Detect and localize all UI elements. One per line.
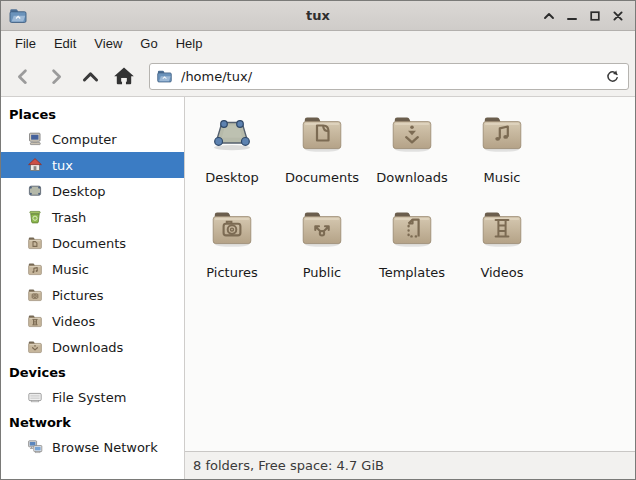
sidebar-item-music[interactable]: Music	[1, 256, 184, 282]
file-label: Pictures	[206, 265, 257, 280]
chevron-up-icon	[79, 65, 102, 88]
sidebar-header-devices: Devices	[1, 360, 184, 384]
file-item-desktop[interactable]: Desktop	[187, 101, 277, 196]
file-label: Public	[303, 265, 341, 280]
folder-downloads-big-icon	[388, 109, 436, 157]
menubar: File Edit View Go Help	[1, 31, 635, 56]
sidebar-item-label: tux	[52, 158, 73, 173]
sidebar-item-label: File System	[52, 390, 126, 405]
folder-location-icon	[156, 68, 173, 85]
folder-public-big-icon	[298, 204, 346, 252]
sidebar-item-desktop[interactable]: Desktop	[1, 178, 184, 204]
sidebar-item-label: Computer	[52, 132, 117, 147]
trash-icon	[27, 209, 43, 225]
menu-edit[interactable]: Edit	[45, 33, 85, 54]
folder-videos-big-icon	[478, 204, 526, 252]
computer-icon	[27, 131, 43, 147]
status-text: 8 folders, Free space: 4.7 GiB	[193, 458, 384, 473]
main-area: Places Computer tux Desktop Trash Docume…	[1, 97, 635, 479]
home-button[interactable]	[107, 61, 141, 91]
folder-pictures-big-icon	[208, 204, 256, 252]
home-icon	[112, 64, 136, 88]
toolbar	[1, 56, 635, 97]
sidebar-item-label: Trash	[52, 210, 86, 225]
file-item-music[interactable]: Music	[457, 101, 547, 196]
file-manager-window: tux File Edit View Go Help Places	[0, 0, 636, 480]
file-label: Videos	[480, 265, 523, 280]
folder-downloads-icon	[27, 339, 43, 355]
content-pane: Desktop Documents Downloads Music Pictur	[185, 97, 635, 479]
folder-pictures-icon	[27, 287, 43, 303]
sidebar-item-label: Desktop	[52, 184, 106, 199]
menu-file[interactable]: File	[6, 33, 45, 54]
maximize-button[interactable]	[585, 6, 604, 25]
refresh-button[interactable]	[601, 65, 623, 87]
sidebar-header-network: Network	[1, 410, 184, 434]
file-label: Templates	[379, 265, 445, 280]
close-button[interactable]	[608, 6, 627, 25]
menu-go[interactable]: Go	[131, 33, 166, 54]
folder-music-icon	[27, 261, 43, 277]
sidebar-item-label: Pictures	[52, 288, 103, 303]
file-label: Desktop	[205, 170, 259, 185]
close-icon	[610, 8, 626, 24]
sidebar-header-places: Places	[1, 102, 184, 126]
forward-button[interactable]	[39, 61, 73, 91]
folder-documents-big-icon	[298, 109, 346, 157]
minimize-button[interactable]	[562, 6, 581, 25]
home-folder-icon	[27, 157, 43, 173]
file-item-templates[interactable]: Templates	[367, 196, 457, 291]
sidebar-item-documents[interactable]: Documents	[1, 230, 184, 256]
drive-icon	[27, 389, 43, 405]
sidebar: Places Computer tux Desktop Trash Docume…	[1, 97, 185, 479]
file-item-downloads[interactable]: Downloads	[367, 101, 457, 196]
sidebar-item-label: Documents	[52, 236, 126, 251]
chevron-up-icon	[541, 8, 557, 24]
sidebar-item-browse-network[interactable]: Browse Network	[1, 434, 184, 460]
chevron-left-icon	[11, 65, 34, 88]
shade-button[interactable]	[539, 6, 558, 25]
titlebar: tux	[1, 1, 635, 31]
sidebar-item-pictures[interactable]: Pictures	[1, 282, 184, 308]
file-label: Downloads	[376, 170, 447, 185]
sidebar-item-trash[interactable]: Trash	[1, 204, 184, 230]
file-manager-icon	[8, 6, 28, 26]
pathbar	[149, 63, 629, 90]
up-button[interactable]	[73, 61, 107, 91]
folder-music-big-icon	[478, 109, 526, 157]
sidebar-item-downloads[interactable]: Downloads	[1, 334, 184, 360]
minimize-icon	[564, 8, 580, 24]
window-controls	[539, 6, 627, 25]
sidebar-item-label: Downloads	[52, 340, 123, 355]
folder-videos-icon	[27, 313, 43, 329]
network-icon	[27, 439, 43, 455]
back-button[interactable]	[5, 61, 39, 91]
icon-view[interactable]: Desktop Documents Downloads Music Pictur	[185, 97, 635, 451]
sidebar-item-computer[interactable]: Computer	[1, 126, 184, 152]
sidebar-item-label: Browse Network	[52, 440, 158, 455]
chevron-right-icon	[45, 65, 68, 88]
refresh-icon	[604, 68, 621, 85]
folder-documents-icon	[27, 235, 43, 251]
desktop-icon	[27, 183, 43, 199]
maximize-icon	[587, 8, 603, 24]
file-item-public[interactable]: Public	[277, 196, 367, 291]
menu-view[interactable]: View	[85, 33, 131, 54]
desktop-big-icon	[208, 109, 256, 157]
folder-templates-big-icon	[388, 204, 436, 252]
sidebar-item-tux[interactable]: tux	[1, 152, 184, 178]
sidebar-item-videos[interactable]: Videos	[1, 308, 184, 334]
sidebar-item-label: Videos	[52, 314, 95, 329]
file-label: Music	[484, 170, 521, 185]
path-input[interactable]	[179, 68, 601, 85]
sidebar-item-file-system[interactable]: File System	[1, 384, 184, 410]
file-item-documents[interactable]: Documents	[277, 101, 367, 196]
window-menu-button[interactable]	[8, 6, 28, 26]
file-item-videos[interactable]: Videos	[457, 196, 547, 291]
statusbar: 8 folders, Free space: 4.7 GiB	[185, 451, 635, 479]
menu-help[interactable]: Help	[167, 33, 212, 54]
file-label: Documents	[285, 170, 359, 185]
file-item-pictures[interactable]: Pictures	[187, 196, 277, 291]
sidebar-item-label: Music	[52, 262, 89, 277]
